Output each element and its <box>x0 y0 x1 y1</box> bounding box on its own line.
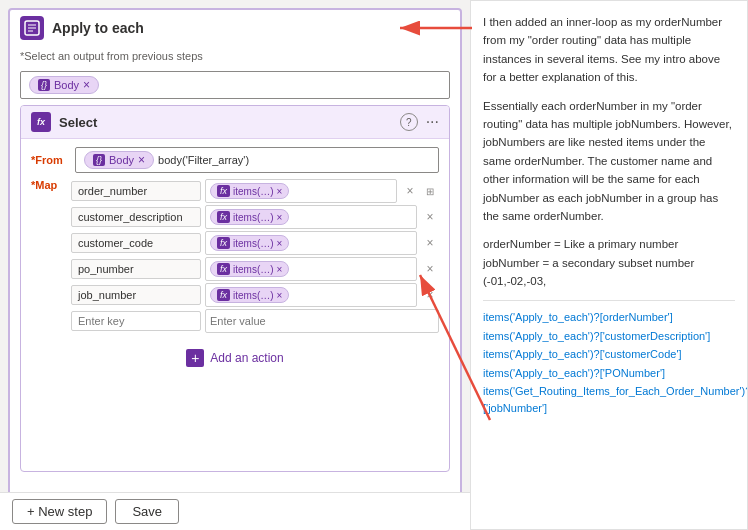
token-fx-2: fx <box>217 237 230 249</box>
token-close-4[interactable]: × <box>277 290 283 301</box>
more-options-icon[interactable]: ··· <box>426 113 439 131</box>
map-actions-3: × <box>421 260 439 278</box>
map-value-token-2: fx items(…) × <box>210 235 289 251</box>
map-value-1[interactable]: fx items(…) × <box>205 205 417 229</box>
select-header: fx Select ? ··· <box>21 106 449 139</box>
from-row: *From {} Body × body('Filter_array') <box>31 147 439 173</box>
map-value-token-1: fx items(…) × <box>210 209 289 225</box>
map-actions-4: × <box>421 286 439 304</box>
map-value-2[interactable]: fx items(…) × <box>205 231 417 255</box>
enter-key-input[interactable] <box>71 311 201 331</box>
map-key-4[interactable]: job_number <box>71 285 201 305</box>
new-step-button[interactable]: + New step <box>12 499 107 524</box>
map-value-0[interactable]: fx items(…) × <box>205 179 397 203</box>
inner-add-action-button[interactable]: + Add an action <box>176 345 293 371</box>
delete-row-4[interactable]: × <box>421 286 439 304</box>
annotation-1: items('Apply_to_each')?['customerDescrip… <box>483 328 735 345</box>
select-fx-icon: fx <box>31 112 51 132</box>
map-value-token-0: fx items(…) × <box>210 183 289 199</box>
right-text-p1: I then added an inner-loop as my orderNu… <box>483 13 735 87</box>
enter-value-input[interactable] <box>205 309 439 333</box>
right-paragraph-2: Essentially each orderNumber in my "orde… <box>483 97 735 226</box>
delete-row-3[interactable]: × <box>421 260 439 278</box>
delete-row-0[interactable]: × <box>401 182 419 200</box>
from-label: *From <box>31 154 67 166</box>
enter-key-row <box>71 309 439 333</box>
map-value-4[interactable]: fx items(…) × <box>205 283 417 307</box>
table-row: customer_code fx items(…) × × <box>71 231 439 255</box>
token-fx-0: fx <box>217 185 230 197</box>
new-step-label: + New step <box>27 504 92 519</box>
right-paragraph-3: orderNumber = Like a primary number jobN… <box>483 235 735 290</box>
map-key-2[interactable]: customer_code <box>71 233 201 253</box>
from-fx-icon: {} <box>93 154 105 166</box>
save-button[interactable]: Save <box>115 499 179 524</box>
help-icon[interactable]: ? <box>400 113 418 131</box>
token-label-1: items(…) <box>233 212 274 223</box>
select-controls: ? ··· <box>400 113 439 131</box>
delete-row-1[interactable]: × <box>421 208 439 226</box>
map-actions-1: × <box>421 208 439 226</box>
save-label: Save <box>132 504 162 519</box>
token-close-3[interactable]: × <box>277 264 283 275</box>
table-row: customer_description fx items(…) × <box>71 205 439 229</box>
table-row: order_number fx items(…) × × <box>71 179 439 203</box>
token-label-4: items(…) <box>233 290 274 301</box>
annotation-0: items('Apply_to_each')?[orderNumber'] <box>483 309 735 326</box>
from-body-label: Body <box>109 154 134 166</box>
select-body: *From {} Body × body('Filter_array') <box>21 139 449 471</box>
select-output-label: *Select an output from previous steps <box>20 50 450 62</box>
token-close-1[interactable]: × <box>277 212 283 223</box>
annotation-4: items('Get_Routing_Items_for_Each_Order_… <box>483 383 735 416</box>
select-title: Select <box>59 115 392 130</box>
map-section: *Map order_number fx items(…) <box>31 179 439 333</box>
map-key-3[interactable]: po_number <box>71 259 201 279</box>
token-label-2: items(…) <box>233 238 274 249</box>
inner-plus-icon: + <box>186 349 204 367</box>
table-row: job_number fx items(…) × × <box>71 283 439 307</box>
from-body-value: body('Filter_array') <box>158 154 249 166</box>
inner-add-action-row: + Add an action <box>31 339 439 377</box>
left-panel: Apply to each *Select an output from pre… <box>0 0 470 530</box>
token-label-0: items(…) <box>233 186 274 197</box>
right-panel: I then added an inner-loop as my orderNu… <box>470 0 748 530</box>
annotation-section: items('Apply_to_each')?[orderNumber'] it… <box>483 300 735 416</box>
map-actions-0: × ⊞ <box>401 182 439 200</box>
body-token-label: Body <box>54 79 79 91</box>
table-row: po_number fx items(…) × × <box>71 257 439 281</box>
token-close-0[interactable]: × <box>277 186 283 197</box>
token-close-2[interactable]: × <box>277 238 283 249</box>
map-value-token-4: fx items(…) × <box>210 287 289 303</box>
bottom-bar: + New step Save <box>0 492 470 530</box>
token-label-3: items(…) <box>233 264 274 275</box>
map-value-token-3: fx items(…) × <box>210 261 289 277</box>
body-token: {} Body × <box>29 76 99 94</box>
delete-row-2[interactable]: × <box>421 234 439 252</box>
from-input[interactable]: {} Body × body('Filter_array') <box>75 147 439 173</box>
body-token-close[interactable]: × <box>83 79 90 91</box>
map-label: *Map <box>31 179 67 191</box>
map-actions-2: × <box>421 234 439 252</box>
right-text-p2: Essentially each orderNumber in my "orde… <box>483 97 735 226</box>
token-fx-4: fx <box>217 289 230 301</box>
body-token-input[interactable]: {} Body × <box>20 71 450 99</box>
right-text-p3: orderNumber = Like a primary number jobN… <box>483 235 735 290</box>
from-body-close[interactable]: × <box>138 154 145 166</box>
copy-row-0[interactable]: ⊞ <box>421 182 439 200</box>
apply-each-card: Apply to each *Select an output from pre… <box>8 8 462 522</box>
select-card: fx Select ? ··· *From {} <box>20 105 450 472</box>
apply-each-icon <box>20 16 44 40</box>
token-fx-1: fx <box>217 211 230 223</box>
annotation-2: items('Apply_to_each')?['customerCode'] <box>483 346 735 363</box>
map-table: order_number fx items(…) × × <box>71 179 439 333</box>
card-title: Apply to each <box>52 20 144 36</box>
map-key-1[interactable]: customer_description <box>71 207 201 227</box>
right-paragraph-1: I then added an inner-loop as my orderNu… <box>483 13 735 87</box>
map-key-0[interactable]: order_number <box>71 181 201 201</box>
body-fx-icon: {} <box>38 79 50 91</box>
token-fx-3: fx <box>217 263 230 275</box>
inner-add-action-label: Add an action <box>210 351 283 365</box>
from-body-token: {} Body × <box>84 151 154 169</box>
map-value-3[interactable]: fx items(…) × <box>205 257 417 281</box>
annotation-3: items('Apply_to_each')?['PONumber'] <box>483 365 735 382</box>
